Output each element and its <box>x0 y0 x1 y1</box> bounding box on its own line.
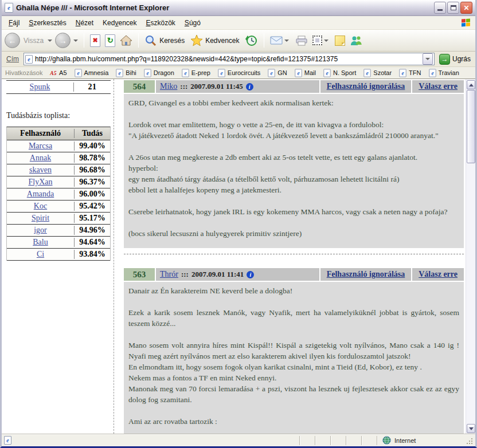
title-bar: Ghalla Népe /// - Microsoft Internet Exp… <box>2 0 475 16</box>
link-eurocircuits[interactable]: Eurocircuits <box>218 69 260 77</box>
history-icon <box>245 34 258 47</box>
messenger-button[interactable] <box>348 36 364 46</box>
post-number: 563 <box>124 268 155 281</box>
info-icon[interactable]: i <box>247 271 254 278</box>
link-label: N. Sport <box>333 69 356 76</box>
status-bar: Internet <box>2 434 475 446</box>
user-link[interactable]: Amanda <box>27 190 54 198</box>
address-dropdown-button[interactable] <box>423 53 433 65</box>
back-button[interactable]: ← <box>5 33 20 48</box>
user-link[interactable]: Ci <box>37 250 44 258</box>
author-link[interactable]: Thrór <box>160 270 178 279</box>
refresh-button[interactable] <box>103 34 117 47</box>
ignore-user-link[interactable]: Felhasználó ignorálása <box>320 80 412 93</box>
author-link[interactable]: Miko <box>160 82 177 91</box>
user-link[interactable]: Annak <box>30 154 51 162</box>
search-label: Keresés <box>159 37 185 45</box>
menu-edit[interactable]: Szerkesztés <box>24 17 71 29</box>
user-link[interactable]: FlyXan <box>29 178 53 186</box>
user-link[interactable]: Koc <box>34 202 47 210</box>
scroll-down-button[interactable] <box>467 424 475 433</box>
score-cell: 93.84% <box>75 250 110 259</box>
status-pane <box>315 436 330 445</box>
table-row: Spunk 21 <box>6 80 111 94</box>
link-travian[interactable]: Travian <box>429 69 459 77</box>
menu-bar: Fájl Szerkesztés Nézet Kedvencek Eszközö… <box>2 16 475 30</box>
link-a5[interactable]: A5 <box>50 69 67 76</box>
menu-file[interactable]: Fájl <box>4 17 24 29</box>
user-link[interactable]: Spunk <box>30 82 50 91</box>
scrollbar-thumb[interactable] <box>467 90 475 163</box>
mail-dropdown-icon[interactable] <box>284 40 289 42</box>
score-cell: 94.64% <box>75 238 110 247</box>
favorites-button[interactable]: Kedvencek <box>189 34 242 46</box>
menu-tools[interactable]: Eszközök <box>141 17 179 29</box>
menu-favorites[interactable]: Kedvencek <box>98 17 141 29</box>
forward-button[interactable]: → <box>55 33 71 48</box>
address-url[interactable]: http://ghalla.pbm.hu/comment.php?q=11892… <box>35 55 423 63</box>
home-button[interactable] <box>118 35 134 46</box>
page-icon <box>364 69 371 77</box>
menu-view[interactable]: Nézet <box>71 17 98 29</box>
link-amnesia[interactable]: Amnesia <box>75 69 109 77</box>
resize-grip[interactable] <box>465 437 473 445</box>
vertical-scrollbar[interactable] <box>466 79 475 434</box>
ignore-user-link[interactable]: Felhasználó ignorálása <box>320 268 412 281</box>
menu-help[interactable]: Súgó <box>180 17 205 29</box>
link-dragon[interactable]: Dragon <box>144 69 174 77</box>
edit-button[interactable] <box>311 36 332 45</box>
reply-link[interactable]: Válasz erre <box>412 80 464 93</box>
maximize-button[interactable] <box>447 2 459 14</box>
page-icon <box>268 69 275 77</box>
user-link[interactable]: Spirit <box>32 214 49 222</box>
link-label: E-prep <box>191 69 210 76</box>
edit-dropdown-icon[interactable] <box>324 40 329 42</box>
link-tfn[interactable]: TFN <box>399 69 421 77</box>
address-label: Cím <box>6 55 19 63</box>
back-dropdown-icon[interactable] <box>48 40 52 42</box>
address-input[interactable]: http://ghalla.pbm.hu/comment.php?q=11892… <box>24 53 435 65</box>
print-button[interactable] <box>294 36 310 46</box>
link-label: Eurocircuits <box>228 69 260 76</box>
minimize-button[interactable] <box>434 2 446 14</box>
window-title: Ghalla Népe /// - Microsoft Internet Exp… <box>16 3 433 12</box>
link-label: Szotar <box>373 69 392 76</box>
link-label: Bihi <box>126 69 136 76</box>
link-gn[interactable]: GN <box>268 69 287 77</box>
post-body: GRD, Givangel es a tobbi ember kedveert … <box>124 94 464 248</box>
page-icon <box>144 69 151 77</box>
user-link[interactable]: Balu <box>33 238 48 246</box>
link-bihi[interactable]: Bihi <box>116 69 136 77</box>
close-button[interactable]: ✕ <box>460 2 472 14</box>
score-cell: 96.00% <box>75 190 110 199</box>
reply-link[interactable]: Válasz erre <box>412 268 464 281</box>
go-button[interactable]: → Ugrás <box>437 54 473 65</box>
discuss-button[interactable] <box>333 36 347 46</box>
page-icon <box>75 69 81 77</box>
post-header: 564 Miko ::: 2007.09.01 11:45 i Felhaszn… <box>124 80 464 93</box>
page-icon <box>182 69 189 77</box>
user-link[interactable]: igor <box>34 226 47 234</box>
toplist-row: Marcsa99.40% <box>7 140 110 152</box>
stop-button[interactable] <box>88 34 102 47</box>
link-szotar[interactable]: Szotar <box>363 69 392 77</box>
toolbar-separator <box>84 33 84 48</box>
scroll-up-button[interactable] <box>467 80 475 89</box>
link-mail[interactable]: Mail <box>295 69 316 77</box>
status-pane <box>299 436 315 445</box>
link-eprep[interactable]: E-prep <box>182 69 210 77</box>
history-button[interactable] <box>244 34 260 47</box>
mail-icon <box>270 36 283 45</box>
toolbar-separator <box>138 33 139 48</box>
info-icon[interactable]: i <box>246 83 253 91</box>
links-bar: Hivatkozások A5 Amnesia Bihi Dragon E-pr… <box>2 67 475 79</box>
toolbar-separator <box>264 33 264 48</box>
search-button[interactable]: Keresés <box>143 34 187 47</box>
forward-dropdown-icon[interactable] <box>73 40 78 42</box>
chevron-down-icon <box>469 427 474 430</box>
user-link[interactable]: Marcsa <box>29 142 52 150</box>
mail-button[interactable] <box>268 36 292 45</box>
user-link[interactable]: skaven <box>29 166 52 174</box>
link-nsport[interactable]: N. Sport <box>323 69 356 77</box>
page-icon <box>295 69 302 77</box>
